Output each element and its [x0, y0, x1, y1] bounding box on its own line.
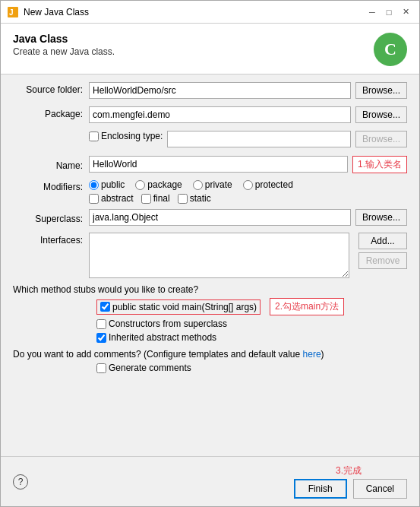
- form-section: Source folder: Browse... Package: Browse…: [1, 74, 419, 456]
- inherited-checkbox-label[interactable]: Inherited abstract methods: [96, 332, 407, 343]
- header-title: Java Class: [13, 33, 115, 45]
- interfaces-controls: Add... Remove: [89, 233, 407, 278]
- maximize-button[interactable]: □: [381, 5, 396, 19]
- modifier-private[interactable]: private: [193, 179, 232, 190]
- cancel-button[interactable]: Cancel: [353, 479, 407, 499]
- generate-comments-text: Generate comments: [109, 363, 191, 373]
- stubs-checkboxes: public static void main(String[] args) 2…: [13, 298, 407, 343]
- name-label: Name:: [13, 158, 89, 171]
- modifier-protected[interactable]: protected: [243, 179, 293, 190]
- enclosing-type-browse-button[interactable]: Browse...: [355, 131, 407, 147]
- name-row: Name: 1.输入类名: [13, 155, 407, 173]
- generate-comments-label[interactable]: Generate comments: [96, 363, 407, 373]
- eclipse-logo: C: [374, 33, 407, 66]
- enclosing-type-controls: Enclosing type: Browse...: [89, 131, 407, 147]
- package-row: Package: Browse...: [13, 106, 407, 125]
- enclosing-type-input[interactable]: [167, 131, 351, 147]
- constructors-checkbox[interactable]: [96, 319, 106, 329]
- source-folder-row: Source folder: Browse...: [13, 82, 407, 100]
- name-controls: 1.输入类名: [89, 156, 407, 173]
- modifier-package[interactable]: package: [135, 179, 182, 190]
- superclass-row: Superclass: Browse...: [13, 208, 407, 227]
- name-input[interactable]: [89, 156, 348, 173]
- enclosing-type-label-spacer: [13, 131, 89, 133]
- enclosing-type-row: Enclosing type: Browse...: [13, 131, 407, 149]
- enclosing-type-checkbox-label[interactable]: Enclosing type:: [89, 131, 163, 141]
- stubs-question: Which method stubs would you like to cre…: [13, 284, 407, 295]
- dialog-title: New Java Class: [24, 7, 365, 17]
- inherited-checkbox[interactable]: [96, 333, 106, 343]
- minimize-button[interactable]: ─: [365, 5, 380, 19]
- header-text: Java Class Create a new Java class.: [13, 33, 115, 57]
- generate-comments-checkbox[interactable]: [96, 363, 106, 373]
- source-folder-input[interactable]: [89, 82, 351, 99]
- package-controls: Browse...: [89, 106, 407, 123]
- comments-checkboxes: Generate comments: [13, 363, 407, 373]
- main-method-checkbox[interactable]: [100, 302, 110, 312]
- interfaces-textarea[interactable]: [89, 233, 349, 278]
- interfaces-row: Interfaces: Add... Remove: [13, 233, 407, 278]
- footer-buttons: Finish Cancel: [294, 479, 407, 499]
- help-button[interactable]: ?: [13, 474, 28, 490]
- modifier-static[interactable]: static: [178, 193, 211, 204]
- modifiers-checkbox-group: abstract final static: [89, 193, 293, 204]
- stubs-section: Which method stubs would you like to cre…: [13, 284, 407, 343]
- comments-section: Do you want to add comments? (Configure …: [13, 349, 407, 373]
- finish-annotation: 3.完成: [336, 464, 362, 477]
- title-bar: J New Java Class ─ □ ✕: [1, 1, 419, 24]
- constructors-checkbox-label[interactable]: Constructors from superclass: [96, 318, 407, 329]
- modifiers-radio-group: public package private protected: [89, 179, 293, 190]
- modifier-final[interactable]: final: [141, 193, 170, 204]
- package-input[interactable]: [89, 106, 351, 123]
- superclass-label: Superclass:: [13, 211, 89, 224]
- modifier-abstract[interactable]: abstract: [89, 193, 134, 204]
- main-method-text: public static void main(String[] args): [112, 302, 257, 312]
- modifier-public[interactable]: public: [89, 179, 125, 190]
- inherited-text: Inherited abstract methods: [109, 332, 216, 343]
- window-controls: ─ □ ✕: [365, 5, 413, 19]
- comments-question: Do you want to add comments? (Configure …: [13, 349, 407, 360]
- main-method-row: public static void main(String[] args) 2…: [96, 298, 407, 315]
- finish-button[interactable]: Finish: [294, 479, 347, 499]
- interfaces-remove-button[interactable]: Remove: [358, 252, 407, 269]
- header-subtitle: Create a new Java class.: [13, 46, 115, 57]
- main-method-checkbox-label[interactable]: public static void main(String[] args): [100, 302, 257, 312]
- modifiers-row: Modifiers: public package private: [13, 179, 407, 204]
- package-browse-button[interactable]: Browse...: [355, 106, 407, 123]
- main-method-annotation: 2.勾选main方法: [270, 298, 344, 315]
- source-folder-controls: Browse...: [89, 82, 407, 99]
- svg-text:J: J: [9, 8, 14, 17]
- modifiers-controls: public package private protected: [89, 179, 293, 204]
- interfaces-buttons: Add... Remove: [358, 233, 407, 269]
- dialog-footer: ? 3.完成 Finish Cancel: [1, 456, 419, 506]
- package-label: Package:: [13, 106, 89, 119]
- interfaces-label: Interfaces:: [13, 233, 89, 246]
- close-button[interactable]: ✕: [398, 5, 413, 19]
- footer-right: 3.完成 Finish Cancel: [294, 464, 407, 499]
- main-method-border: public static void main(String[] args): [96, 299, 261, 315]
- enclosing-type-text: Enclosing type:: [101, 131, 163, 141]
- superclass-controls: Browse...: [89, 209, 407, 226]
- footer-left: ?: [13, 474, 28, 490]
- dialog-icon: J: [7, 6, 19, 18]
- superclass-browse-button[interactable]: Browse...: [355, 209, 407, 226]
- enclosing-type-checkbox[interactable]: [89, 132, 99, 141]
- name-annotation: 1.输入类名: [352, 156, 407, 173]
- source-folder-label: Source folder:: [13, 82, 89, 95]
- superclass-input[interactable]: [89, 209, 351, 226]
- dialog-header: Java Class Create a new Java class. C: [1, 24, 419, 74]
- footer-row: ? 3.完成 Finish Cancel: [13, 464, 407, 499]
- new-java-class-dialog: J New Java Class ─ □ ✕ Java Class Create…: [0, 0, 420, 507]
- source-folder-browse-button[interactable]: Browse...: [355, 82, 407, 99]
- modifiers-label: Modifiers:: [13, 179, 89, 192]
- constructors-text: Constructors from superclass: [109, 318, 227, 329]
- interfaces-add-button[interactable]: Add...: [358, 233, 407, 249]
- comments-here-link[interactable]: here: [303, 349, 321, 360]
